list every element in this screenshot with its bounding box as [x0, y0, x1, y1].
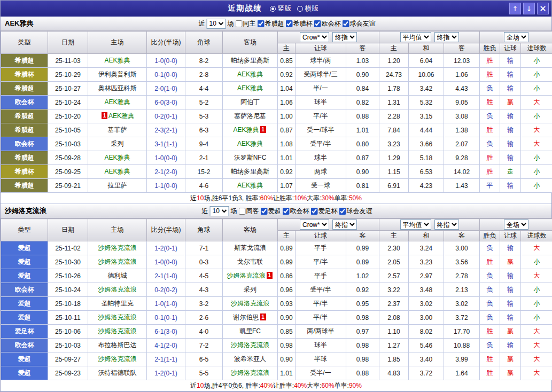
layout-radio-vertical[interactable]: 竖版	[270, 4, 292, 13]
same-venue-checkbox[interactable]: 同客	[239, 207, 259, 216]
home-team-name[interactable]: AEK雅典	[104, 98, 130, 106]
away-team-name[interactable]: 斯莱戈流浪	[234, 244, 266, 252]
scroll-down-button[interactable]: ↓	[523, 3, 535, 14]
home-team-name[interactable]: AEK雅典	[104, 168, 130, 175]
asia-away-odds: 0.90	[346, 68, 379, 82]
same-venue-checkbox[interactable]: 同主	[236, 19, 256, 28]
home-team-name[interactable]: 奥林匹亚科斯	[98, 84, 137, 92]
home-team-name[interactable]: 沙姆洛克流浪	[98, 327, 137, 335]
home-team-name[interactable]: 沃特福德联队	[98, 369, 137, 377]
league-filter-input[interactable]	[261, 208, 268, 215]
result-winlose-cell: 胜	[480, 325, 500, 339]
europe-odds-time-select[interactable]: 终指	[434, 32, 459, 42]
away-team-name[interactable]: AEK雅典	[237, 70, 263, 78]
league-filter-checkbox[interactable]: 欧会杯	[314, 19, 341, 28]
away-team-cell: 采列	[223, 283, 278, 297]
bookmaker-select[interactable]: Crow*	[300, 32, 329, 42]
league-filter-input[interactable]	[283, 208, 290, 215]
away-team-name[interactable]: 塞萨洛尼基	[234, 112, 266, 120]
league-filter-input[interactable]	[339, 208, 346, 215]
away-team-name[interactable]: 谢尔伯恩	[234, 313, 259, 321]
europe-avg-select[interactable]: 平均值	[400, 219, 431, 230]
corner-cell: 5-2	[185, 96, 223, 109]
asia-home-odds: 0.89	[278, 241, 296, 255]
home-team-name[interactable]: 沙姆洛克流浪	[98, 355, 137, 363]
away-team-name[interactable]: 沙姆洛克流浪	[231, 341, 269, 349]
asia-odds-header: Crow*终指	[278, 219, 379, 231]
result-winlose-cell: 胜	[480, 366, 500, 380]
scroll-up-button[interactable]: ↑	[509, 3, 521, 14]
away-team-name[interactable]: AEK雅典	[237, 140, 263, 147]
league-filter-input[interactable]	[258, 20, 265, 27]
asia-odds-time-select[interactable]: 终指	[332, 219, 357, 230]
competition-badge: 爱足杯	[1, 325, 48, 339]
away-team-name[interactable]: 帕纳多里高斯	[231, 57, 269, 64]
europe-avg-select[interactable]: 平均值	[400, 32, 431, 42]
league-filter-input[interactable]	[311, 208, 318, 215]
summary-segment: 40%	[260, 382, 273, 389]
away-team-name[interactable]: 沙姆洛克流浪	[231, 369, 269, 377]
result-handicap-cell: 走	[500, 165, 521, 179]
column-header: 主场	[88, 32, 147, 54]
home-team-name[interactable]: 沙姆洛克流浪	[98, 286, 137, 293]
league-filter-checkbox[interactable]: 球会友谊	[339, 207, 372, 216]
league-filter-checkbox[interactable]: 爱足杯	[311, 207, 338, 216]
layout-radio-horizontal[interactable]: 横版	[297, 4, 319, 13]
home-team-name[interactable]: 伊利奥普利斯	[98, 70, 137, 78]
away-team-name[interactable]: 波希米亚人	[234, 355, 266, 363]
away-team-name[interactable]: 帕纳多里高斯	[231, 168, 269, 175]
away-team-name[interactable]: AEK雅典	[237, 182, 263, 189]
away-team-name[interactable]: AEK雅典	[233, 126, 259, 134]
asia-home-odds: 0.93	[278, 297, 296, 311]
bookmaker-select[interactable]: Crow*	[300, 219, 329, 230]
match-count-select[interactable]: 10	[210, 206, 229, 216]
score-cell: 0-1(0-0)	[147, 68, 185, 82]
away-team-name[interactable]: 沙姆洛克流浪	[231, 300, 269, 307]
column-header: 类型	[1, 32, 48, 54]
away-team-name[interactable]: 沙姆洛克流浪	[227, 272, 266, 279]
home-team-name[interactable]: 布拉格斯巴达	[98, 341, 137, 349]
league-filter-checkbox[interactable]: 希腊超	[258, 19, 284, 28]
result-scope-select[interactable]: 全场	[504, 219, 528, 230]
date-cell: 25-09-28	[48, 151, 88, 165]
away-team-name[interactable]: 戈尔韦联	[237, 258, 263, 265]
away-team-name[interactable]: 采列	[244, 286, 256, 293]
league-filter-checkbox[interactable]: 球会友谊	[343, 19, 376, 28]
away-team-name[interactable]: 凯里FC	[239, 327, 261, 335]
asia-odds-time-select[interactable]: 终指	[332, 32, 357, 42]
same-venue-input[interactable]	[239, 208, 246, 215]
home-team-name[interactable]: 沙姆洛克流浪	[98, 244, 137, 252]
match-row: 欧会杯25-10-24沙姆洛克流浪0-2(0-2)4-3采列0.96受平/半0.…	[1, 283, 552, 297]
away-team-name[interactable]: 沃罗斯NFC	[234, 154, 267, 161]
home-team-name[interactable]: 采列	[111, 140, 124, 147]
away-team-cell: 阿伯丁	[223, 96, 278, 109]
europe-odds-time-select[interactable]: 终指	[434, 219, 459, 230]
home-team-name[interactable]: 基菲萨	[108, 126, 127, 134]
euro-away-odds: 17.70	[444, 325, 480, 339]
home-team-name[interactable]: 沙姆洛克流浪	[98, 313, 137, 321]
home-team-name[interactable]: 德利城	[108, 272, 127, 279]
home-team-name[interactable]: AEK雅典	[104, 57, 130, 64]
league-filter-checkbox[interactable]: 希腊杯	[286, 19, 313, 28]
home-team-name[interactable]: 拉里萨	[108, 182, 127, 189]
home-team-name[interactable]: AEK雅典	[108, 112, 134, 120]
home-team-name[interactable]: AEK雅典	[104, 154, 130, 161]
result-scope-select[interactable]: 全场	[504, 32, 528, 42]
asia-home-odds: 0.90	[278, 352, 296, 366]
league-filter-checkbox[interactable]: 欧会杯	[283, 207, 309, 216]
league-filter-input[interactable]	[286, 20, 293, 27]
euro-away-odds: 3.08	[444, 109, 480, 123]
league-filter-checkbox[interactable]: 爱超	[261, 207, 281, 216]
match-row: 希腊超25-10-05基菲萨2-3(2-1)6-3AEK雅典10.87受一/球半…	[1, 123, 552, 137]
section-header: AEK雅典 近10场同主希腊超希腊杯欧会杯球会友谊	[1, 17, 551, 31]
same-venue-input[interactable]	[236, 20, 243, 27]
home-team-cell: 沙姆洛克流浪	[88, 241, 147, 255]
home-team-name[interactable]: 圣帕特里克	[102, 300, 134, 307]
match-count-select[interactable]: 10	[207, 19, 226, 29]
close-button[interactable]: ×	[537, 3, 549, 14]
league-filter-input[interactable]	[343, 20, 349, 27]
home-team-name[interactable]: 沙姆洛克流浪	[98, 258, 137, 265]
away-team-name[interactable]: 阿伯丁	[240, 98, 260, 106]
away-team-name[interactable]: AEK雅典	[237, 84, 263, 92]
league-filter-input[interactable]	[314, 20, 321, 27]
